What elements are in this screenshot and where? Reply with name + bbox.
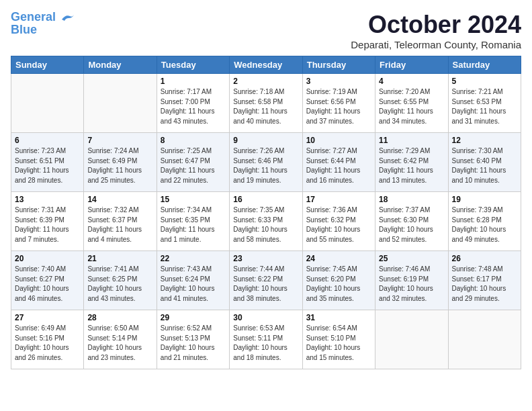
calendar-cell: 25Sunrise: 7:46 AM Sunset: 6:19 PM Dayli…: [375, 251, 448, 310]
calendar-cell: 29Sunrise: 6:52 AM Sunset: 5:13 PM Dayli…: [157, 310, 229, 369]
title-block: October 2024 Deparati, Teleorman County,…: [351, 11, 521, 50]
calendar-cell: 30Sunrise: 6:53 AM Sunset: 5:11 PM Dayli…: [230, 310, 302, 369]
calendar-week-row: 1Sunrise: 7:17 AM Sunset: 7:00 PM Daylig…: [11, 74, 521, 133]
day-number: 30: [233, 313, 298, 322]
calendar-cell: 10Sunrise: 7:27 AM Sunset: 6:44 PM Dayli…: [302, 133, 375, 192]
month-title: October 2024: [351, 11, 521, 39]
day-info: Sunrise: 7:25 AM Sunset: 6:47 PM Dayligh…: [161, 146, 226, 185]
calendar-cell: 14Sunrise: 7:32 AM Sunset: 6:37 PM Dayli…: [84, 192, 157, 251]
logo-blue: Blue: [11, 23, 37, 37]
calendar-cell: 17Sunrise: 7:36 AM Sunset: 6:32 PM Dayli…: [302, 192, 375, 251]
day-number: 7: [87, 136, 152, 145]
calendar-cell: 23Sunrise: 7:44 AM Sunset: 6:22 PM Dayli…: [230, 251, 302, 310]
day-number: 14: [87, 195, 152, 204]
calendar-week-row: 13Sunrise: 7:31 AM Sunset: 6:39 PM Dayli…: [11, 192, 521, 251]
calendar-cell: [84, 74, 157, 133]
day-info: Sunrise: 7:36 AM Sunset: 6:32 PM Dayligh…: [306, 205, 371, 244]
day-info: Sunrise: 7:35 AM Sunset: 6:33 PM Dayligh…: [233, 205, 298, 244]
day-info: Sunrise: 7:18 AM Sunset: 6:58 PM Dayligh…: [233, 87, 298, 126]
day-info: Sunrise: 7:34 AM Sunset: 6:35 PM Dayligh…: [161, 205, 226, 244]
day-number: 15: [161, 195, 226, 204]
weekday-header-wednesday: Wednesday: [230, 56, 302, 74]
calendar-week-row: 6Sunrise: 7:23 AM Sunset: 6:51 PM Daylig…: [11, 133, 521, 192]
day-info: Sunrise: 7:41 AM Sunset: 6:25 PM Dayligh…: [87, 265, 152, 304]
day-info: Sunrise: 7:45 AM Sunset: 6:20 PM Dayligh…: [306, 265, 371, 304]
day-number: 18: [379, 195, 444, 204]
weekday-header-friday: Friday: [375, 56, 448, 74]
calendar-cell: 2Sunrise: 7:18 AM Sunset: 6:58 PM Daylig…: [230, 74, 302, 133]
calendar-table: SundayMondayTuesdayWednesdayThursdayFrid…: [11, 56, 521, 369]
calendar-cell: 27Sunrise: 6:49 AM Sunset: 5:16 PM Dayli…: [11, 310, 84, 369]
day-number: 25: [379, 254, 444, 263]
day-info: Sunrise: 7:20 AM Sunset: 6:55 PM Dayligh…: [379, 87, 444, 126]
weekday-header-row: SundayMondayTuesdayWednesdayThursdayFrid…: [11, 56, 521, 74]
calendar-cell: [448, 310, 521, 369]
calendar-cell: [11, 74, 84, 133]
day-number: 16: [233, 195, 298, 204]
calendar-cell: 1Sunrise: 7:17 AM Sunset: 7:00 PM Daylig…: [157, 74, 229, 133]
day-info: Sunrise: 7:29 AM Sunset: 6:42 PM Dayligh…: [379, 146, 444, 185]
calendar-cell: 22Sunrise: 7:43 AM Sunset: 6:24 PM Dayli…: [157, 251, 229, 310]
weekday-header-thursday: Thursday: [302, 56, 375, 74]
day-info: Sunrise: 7:44 AM Sunset: 6:22 PM Dayligh…: [233, 265, 298, 304]
day-number: 3: [306, 77, 371, 86]
calendar-cell: 9Sunrise: 7:26 AM Sunset: 6:46 PM Daylig…: [230, 133, 302, 192]
calendar-cell: 21Sunrise: 7:41 AM Sunset: 6:25 PM Dayli…: [84, 251, 157, 310]
calendar-cell: 6Sunrise: 7:23 AM Sunset: 6:51 PM Daylig…: [11, 133, 84, 192]
logo-bird-icon: [60, 13, 75, 22]
day-number: 24: [306, 254, 371, 263]
day-number: 29: [161, 313, 226, 322]
day-info: Sunrise: 7:32 AM Sunset: 6:37 PM Dayligh…: [87, 205, 152, 244]
day-info: Sunrise: 7:23 AM Sunset: 6:51 PM Dayligh…: [15, 146, 80, 185]
day-number: 27: [15, 313, 80, 322]
day-info: Sunrise: 7:27 AM Sunset: 6:44 PM Dayligh…: [306, 146, 371, 185]
calendar-week-row: 27Sunrise: 6:49 AM Sunset: 5:16 PM Dayli…: [11, 310, 521, 369]
day-info: Sunrise: 6:54 AM Sunset: 5:10 PM Dayligh…: [306, 324, 371, 363]
day-number: 23: [233, 254, 298, 263]
calendar-cell: [375, 310, 448, 369]
calendar-cell: 28Sunrise: 6:50 AM Sunset: 5:14 PM Dayli…: [84, 310, 157, 369]
weekday-header-sunday: Sunday: [11, 56, 84, 74]
calendar-cell: 16Sunrise: 7:35 AM Sunset: 6:33 PM Dayli…: [230, 192, 302, 251]
day-number: 4: [379, 77, 444, 86]
location-title: Deparati, Teleorman County, Romania: [351, 39, 521, 50]
calendar-cell: 31Sunrise: 6:54 AM Sunset: 5:10 PM Dayli…: [302, 310, 375, 369]
day-number: 8: [161, 136, 226, 145]
day-number: 10: [306, 136, 371, 145]
calendar-cell: 20Sunrise: 7:40 AM Sunset: 6:27 PM Dayli…: [11, 251, 84, 310]
calendar-cell: 7Sunrise: 7:24 AM Sunset: 6:49 PM Daylig…: [84, 133, 157, 192]
calendar-cell: 5Sunrise: 7:21 AM Sunset: 6:53 PM Daylig…: [448, 74, 521, 133]
day-number: 9: [233, 136, 298, 145]
calendar-cell: 13Sunrise: 7:31 AM Sunset: 6:39 PM Dayli…: [11, 192, 84, 251]
day-info: Sunrise: 7:24 AM Sunset: 6:49 PM Dayligh…: [87, 146, 152, 185]
day-number: 21: [87, 254, 152, 263]
calendar-cell: 3Sunrise: 7:19 AM Sunset: 6:56 PM Daylig…: [302, 74, 375, 133]
day-info: Sunrise: 7:26 AM Sunset: 6:46 PM Dayligh…: [233, 146, 298, 185]
day-number: 13: [15, 195, 80, 204]
day-number: 22: [161, 254, 226, 263]
page-header: General Blue October 2024 Deparati, Tele…: [11, 11, 521, 50]
day-number: 19: [452, 195, 517, 204]
day-info: Sunrise: 7:43 AM Sunset: 6:24 PM Dayligh…: [161, 265, 226, 304]
day-info: Sunrise: 7:40 AM Sunset: 6:27 PM Dayligh…: [15, 265, 80, 304]
day-info: Sunrise: 6:52 AM Sunset: 5:13 PM Dayligh…: [161, 324, 226, 363]
calendar-cell: 24Sunrise: 7:45 AM Sunset: 6:20 PM Dayli…: [302, 251, 375, 310]
day-info: Sunrise: 6:50 AM Sunset: 5:14 PM Dayligh…: [87, 324, 152, 363]
calendar-cell: 18Sunrise: 7:37 AM Sunset: 6:30 PM Dayli…: [375, 192, 448, 251]
day-number: 12: [452, 136, 517, 145]
logo: General Blue: [11, 11, 75, 37]
calendar-cell: 4Sunrise: 7:20 AM Sunset: 6:55 PM Daylig…: [375, 74, 448, 133]
calendar-cell: 11Sunrise: 7:29 AM Sunset: 6:42 PM Dayli…: [375, 133, 448, 192]
calendar-cell: 19Sunrise: 7:39 AM Sunset: 6:28 PM Dayli…: [448, 192, 521, 251]
day-number: 2: [233, 77, 298, 86]
calendar-cell: 12Sunrise: 7:30 AM Sunset: 6:40 PM Dayli…: [448, 133, 521, 192]
day-number: 1: [161, 77, 226, 86]
day-info: Sunrise: 7:30 AM Sunset: 6:40 PM Dayligh…: [452, 146, 517, 185]
day-number: 28: [87, 313, 152, 322]
day-info: Sunrise: 7:31 AM Sunset: 6:39 PM Dayligh…: [15, 205, 80, 244]
day-info: Sunrise: 6:53 AM Sunset: 5:11 PM Dayligh…: [233, 324, 298, 363]
day-number: 20: [15, 254, 80, 263]
calendar-cell: 26Sunrise: 7:48 AM Sunset: 6:17 PM Dayli…: [448, 251, 521, 310]
day-info: Sunrise: 7:46 AM Sunset: 6:19 PM Dayligh…: [379, 265, 444, 304]
day-info: Sunrise: 7:19 AM Sunset: 6:56 PM Dayligh…: [306, 87, 371, 126]
